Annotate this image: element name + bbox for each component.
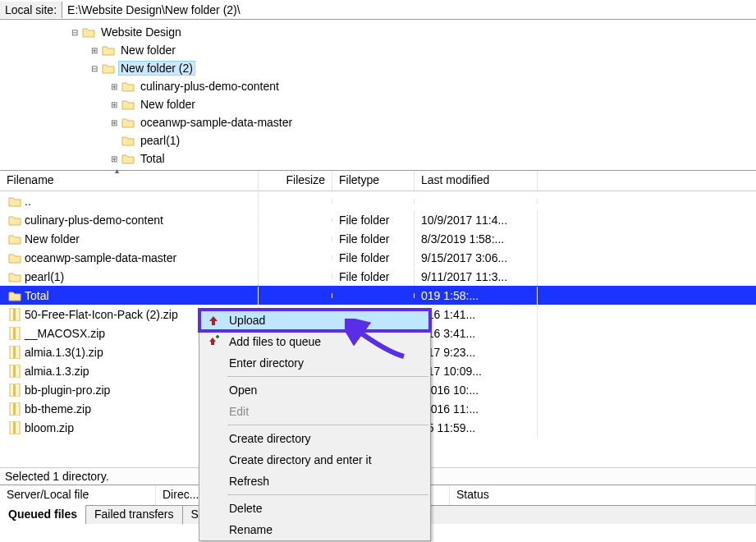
zip-icon xyxy=(8,384,21,397)
tree-item[interactable]: pearl(1) xyxy=(0,131,756,149)
tree-item-label: Total xyxy=(138,152,167,165)
tree-item[interactable]: ⊞oceanwp-sample-data-master xyxy=(0,113,756,131)
file-size xyxy=(259,237,332,241)
file-name: 50-Free-Flat-Icon-Pack (2).zip xyxy=(25,308,178,321)
expand-icon[interactable]: ⊞ xyxy=(89,44,100,56)
context-menu-separator xyxy=(227,494,428,495)
file-size xyxy=(259,255,332,260)
add-queue-arrow-icon xyxy=(206,334,221,349)
context-menu-label: Refresh xyxy=(229,475,269,488)
file-type: File folder xyxy=(332,268,415,286)
file-name: pearl(1) xyxy=(25,270,64,283)
context-menu-item[interactable]: Create directory and enter it xyxy=(199,449,430,471)
folder-icon xyxy=(121,135,135,146)
folder-icon xyxy=(102,44,115,56)
col-header-filetype[interactable]: Filetype xyxy=(332,171,415,191)
file-name: culinary-plus-demo-content xyxy=(25,214,163,227)
file-name: bb-theme.zip xyxy=(25,402,91,416)
collapse-icon[interactable]: ⊟ xyxy=(89,62,100,74)
tab-queued-files[interactable]: Queued files xyxy=(0,505,86,524)
file-row[interactable]: New folderFile folder8/3/2019 1:58:... xyxy=(0,229,756,248)
context-menu-label: Rename xyxy=(229,523,273,536)
local-path-input[interactable] xyxy=(62,2,756,18)
file-row[interactable]: oceanwp-sample-data-masterFile folder9/1… xyxy=(0,248,756,267)
splitter-handle-icon[interactable]: ▴ xyxy=(115,166,119,175)
tree-item-label: oceanwp-sample-data-master xyxy=(138,116,295,129)
tree-item[interactable]: ⊞New folder xyxy=(0,41,756,59)
file-modified: 017 9:23... xyxy=(415,343,538,361)
tree-item[interactable]: ⊟Website Design xyxy=(0,23,756,41)
context-menu-item[interactable]: Rename xyxy=(199,519,430,540)
file-modified xyxy=(415,199,538,204)
file-name: oceanwp-sample-data-master xyxy=(25,251,176,264)
tcol-status[interactable]: Status xyxy=(450,485,756,505)
folder-icon xyxy=(121,153,135,164)
context-menu-label: Edit xyxy=(229,405,249,418)
collapse-icon[interactable]: ⊟ xyxy=(69,26,80,38)
context-menu-label: Create directory xyxy=(229,432,311,445)
expand-icon[interactable]: ⊞ xyxy=(108,153,120,164)
file-row[interactable]: Total019 1:58:... xyxy=(0,286,756,305)
tree-item[interactable]: ⊞culinary-plus-demo-content xyxy=(0,77,756,95)
tree-item[interactable]: ⊟New folder (2) xyxy=(0,59,756,77)
context-menu-item[interactable]: Enter directory xyxy=(199,352,430,374)
context-menu-item[interactable]: Refresh xyxy=(199,471,430,492)
file-name: almia.1.3(1).zip xyxy=(25,346,103,359)
context-menu-separator xyxy=(227,425,428,425)
file-modified: 016 1:41... xyxy=(415,305,538,324)
context-menu-item[interactable]: Create directory xyxy=(199,428,430,449)
file-name: __MACOSX.zip xyxy=(25,327,105,340)
folder-icon xyxy=(8,214,21,227)
file-name: almia.1.3.zip xyxy=(25,365,89,378)
upload-arrow-icon xyxy=(206,313,221,328)
col-header-filesize[interactable]: Filesize xyxy=(259,171,332,191)
col-header-filename[interactable]: Filename xyxy=(0,171,259,191)
folder-icon xyxy=(121,80,135,92)
context-menu-label: Open xyxy=(229,384,257,397)
file-name: Total xyxy=(25,289,49,302)
context-menu-item[interactable]: Open xyxy=(199,379,430,401)
file-name: New folder xyxy=(25,232,80,246)
context-menu-item[interactable]: Add files to queue xyxy=(199,331,430,352)
context-menu-item[interactable]: Upload xyxy=(199,310,430,331)
file-modified: 9/11/2017 11:3... xyxy=(415,268,538,286)
tree-item[interactable]: ⊞Total xyxy=(0,149,756,168)
local-path-bar: Local site: xyxy=(0,0,756,20)
file-row[interactable]: .. xyxy=(0,191,756,210)
zip-icon xyxy=(8,327,21,340)
tree-item-label: Website Design xyxy=(99,25,184,39)
folder-icon xyxy=(8,289,21,302)
file-type: File folder xyxy=(332,230,415,248)
file-row[interactable]: pearl(1)File folder9/11/2017 11:3... xyxy=(0,267,756,286)
tree-spacer xyxy=(108,135,120,146)
tree-item-label: New folder xyxy=(138,98,198,111)
context-menu-label: Delete xyxy=(229,502,262,515)
folder-icon xyxy=(121,99,135,110)
file-modified: 9/15/2017 3:06... xyxy=(415,249,538,267)
expand-icon[interactable]: ⊞ xyxy=(108,117,120,128)
expand-icon[interactable]: ⊞ xyxy=(108,80,120,92)
file-size xyxy=(259,218,332,223)
file-type: File folder xyxy=(332,211,415,229)
tree-item-label: New folder (2) xyxy=(118,61,195,76)
folder-icon xyxy=(8,232,21,246)
col-header-modified[interactable]: Last modified xyxy=(415,171,538,191)
context-menu-item[interactable]: Delete xyxy=(199,498,430,519)
tcol-file[interactable]: Server/Local file xyxy=(0,485,156,505)
tab-failed-transfers[interactable]: Failed transfers xyxy=(86,506,182,524)
folder-icon xyxy=(8,195,21,208)
context-menu-item: Edit xyxy=(199,401,430,422)
folder-icon xyxy=(8,270,21,283)
zip-icon xyxy=(8,308,21,321)
tree-item-label: culinary-plus-demo-content xyxy=(138,80,282,93)
file-name: bb-plugin-pro.zip xyxy=(25,384,110,397)
tree-item[interactable]: ⊞New folder xyxy=(0,95,756,113)
file-modified: 10/9/2017 11:4... xyxy=(415,211,538,229)
zip-icon xyxy=(8,346,21,359)
file-size xyxy=(259,293,332,298)
expand-icon[interactable]: ⊞ xyxy=(108,99,120,110)
zip-icon xyxy=(8,402,21,416)
file-type xyxy=(332,293,415,298)
file-row[interactable]: culinary-plus-demo-contentFile folder10/… xyxy=(0,210,756,229)
folder-tree[interactable]: ⊟Website Design⊞New folder⊟New folder (2… xyxy=(0,20,756,171)
